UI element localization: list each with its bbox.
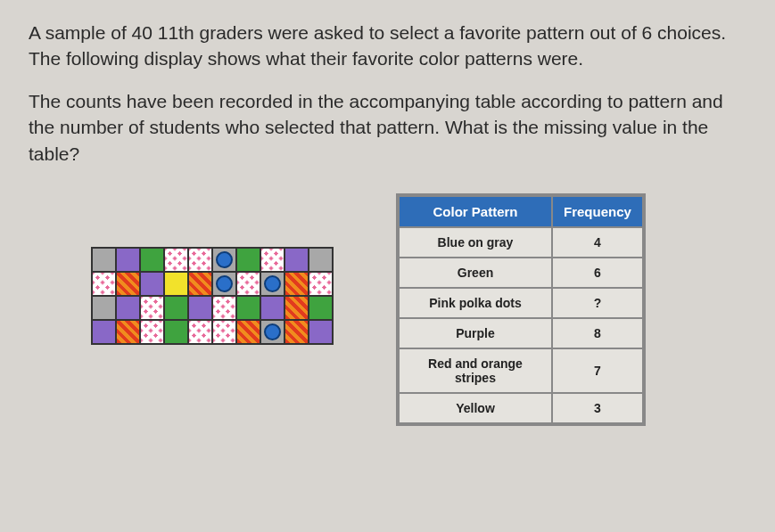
pattern-cell-polka bbox=[92, 272, 116, 296]
pattern-row bbox=[92, 296, 333, 320]
pattern-cell-blue-on-gray bbox=[212, 272, 236, 296]
pattern-label: Red and orange stripes bbox=[400, 349, 551, 392]
pattern-cell-purple bbox=[116, 296, 140, 320]
table-row: Blue on gray4 bbox=[400, 228, 642, 257]
pattern-row bbox=[92, 248, 333, 272]
pattern-cell-green bbox=[140, 248, 164, 272]
pattern-cell-purple bbox=[260, 296, 284, 320]
pattern-cell-polka bbox=[188, 320, 212, 344]
pattern-grid bbox=[91, 247, 334, 345]
pattern-cell-polka bbox=[188, 248, 212, 272]
pattern-cell-polka bbox=[140, 320, 164, 344]
pattern-cell-purple bbox=[92, 320, 116, 344]
pattern-cell-green bbox=[236, 248, 260, 272]
pattern-cell-purple bbox=[309, 320, 333, 344]
pattern-cell-gray bbox=[92, 296, 116, 320]
pattern-cell-gray bbox=[309, 248, 333, 272]
pattern-cell-green bbox=[309, 296, 333, 320]
pattern-row bbox=[92, 320, 333, 344]
pattern-cell-polka bbox=[164, 248, 188, 272]
header-pattern: Color Pattern bbox=[400, 197, 551, 226]
pattern-cell-stripes bbox=[116, 320, 140, 344]
pattern-cell-gray bbox=[92, 248, 116, 272]
pattern-label: Yellow bbox=[400, 394, 551, 422]
question-paragraph-2: The counts have been recorded in the acc… bbox=[29, 88, 746, 167]
pattern-cell-polka bbox=[212, 320, 236, 344]
pattern-cell-blue-on-gray bbox=[260, 272, 284, 296]
table-row: Yellow3 bbox=[400, 394, 642, 422]
frequency-value: ? bbox=[553, 289, 642, 317]
table-row: Purple8 bbox=[400, 319, 642, 348]
header-frequency: Frequency bbox=[553, 197, 642, 226]
frequency-value: 6 bbox=[553, 258, 642, 287]
pattern-cell-green bbox=[164, 296, 188, 320]
frequency-value: 7 bbox=[553, 349, 642, 392]
pattern-cell-green bbox=[236, 296, 260, 320]
pattern-cell-polka bbox=[309, 272, 333, 296]
pattern-cell-polka bbox=[140, 296, 164, 320]
pattern-cell-purple bbox=[116, 248, 140, 272]
pattern-cell-stripes bbox=[116, 272, 140, 296]
table-row: Red and orange stripes7 bbox=[400, 349, 642, 392]
pattern-row bbox=[92, 272, 333, 296]
pattern-label: Green bbox=[400, 258, 551, 287]
question-paragraph-1: A sample of 40 11th graders were asked t… bbox=[29, 20, 746, 72]
table-row: Green6 bbox=[400, 258, 642, 287]
frequency-value: 4 bbox=[553, 228, 642, 257]
pattern-cell-blue-on-gray bbox=[260, 320, 284, 344]
pattern-cell-green bbox=[164, 320, 188, 344]
pattern-cell-yellow bbox=[164, 272, 188, 296]
pattern-label: Blue on gray bbox=[400, 228, 551, 257]
frequency-value: 3 bbox=[553, 394, 642, 422]
pattern-cell-purple bbox=[284, 248, 309, 272]
pattern-cell-polka bbox=[212, 296, 236, 320]
frequency-table: Color Pattern Frequency Blue on gray4Gre… bbox=[396, 193, 646, 426]
pattern-cell-stripes bbox=[188, 272, 212, 296]
pattern-cell-stripes bbox=[284, 272, 309, 296]
pattern-cell-stripes bbox=[236, 320, 260, 344]
table-row: Pink polka dots? bbox=[400, 289, 642, 317]
pattern-cell-stripes bbox=[284, 296, 309, 320]
pattern-cell-purple bbox=[140, 272, 164, 296]
content-row: Color Pattern Frequency Blue on gray4Gre… bbox=[29, 193, 746, 426]
pattern-cell-polka bbox=[260, 248, 284, 272]
pattern-cell-polka bbox=[236, 272, 260, 296]
table-header-row: Color Pattern Frequency bbox=[400, 197, 642, 226]
frequency-value: 8 bbox=[553, 319, 642, 348]
pattern-display bbox=[91, 247, 334, 345]
pattern-cell-purple bbox=[188, 296, 212, 320]
pattern-label: Pink polka dots bbox=[400, 289, 551, 317]
pattern-cell-blue-on-gray bbox=[212, 248, 236, 272]
pattern-cell-stripes bbox=[284, 320, 309, 344]
pattern-label: Purple bbox=[400, 319, 551, 348]
